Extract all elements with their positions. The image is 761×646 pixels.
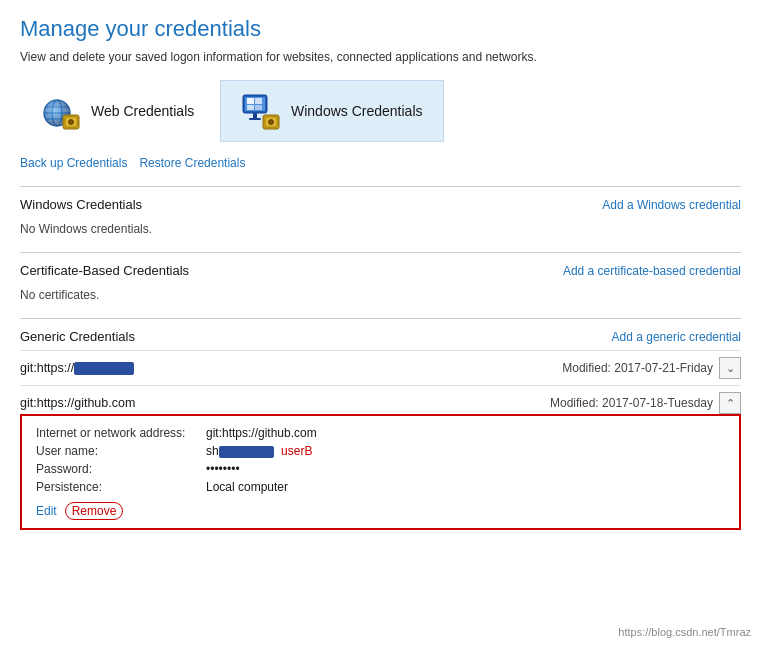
credential-name-2: git:https://github.com [20,396,135,410]
persistence-value: Local computer [206,480,288,494]
credential-modified-2: Modified: 2017-07-18-Tuesday [550,396,713,410]
svg-rect-13 [247,98,254,104]
windows-section-title: Windows Credentials [20,197,142,212]
credential-row-1[interactable]: git:https:// Modified: 2017-07-21-Friday… [20,350,741,385]
globe-icon [41,91,81,131]
windows-credentials-section: Windows Credentials Add a Windows creden… [20,186,741,252]
username-redacted [219,446,274,458]
credential-right-2: Modified: 2017-07-18-Tuesday ⌃ [550,392,741,414]
certificate-section-header: Certificate-Based Credentials Add a cert… [20,263,741,278]
edit-button[interactable]: Edit [36,504,57,518]
svg-rect-15 [247,105,254,110]
certificate-credentials-section: Certificate-Based Credentials Add a cert… [20,252,741,318]
add-generic-credential-link[interactable]: Add a generic credential [612,330,741,344]
generic-section-title: Generic Credentials [20,329,135,344]
certificate-empty-text: No certificates. [20,284,741,308]
monitor-icon [241,91,281,131]
windows-section-header: Windows Credentials Add a Windows creden… [20,197,741,212]
username-label: User name: [36,444,206,458]
edit-remove-row: Edit Remove [36,502,725,520]
persistence-label: Persistence: [36,480,206,494]
remove-button[interactable]: Remove [65,502,124,520]
detail-username: User name: sh userB [36,444,725,458]
detail-persistence: Persistence: Local computer [36,480,725,494]
windows-empty-text: No Windows credentials. [20,218,741,242]
detail-internet-address: Internet or network address: git:https:/… [36,426,725,440]
add-certificate-credential-link[interactable]: Add a certificate-based credential [563,264,741,278]
redacted-block-1 [74,362,134,375]
tab-web[interactable]: Web Credentials [20,80,220,142]
chevron-up-2[interactable]: ⌃ [719,392,741,414]
credential-name-1: git:https:// [20,361,134,375]
chevron-down-1[interactable]: ⌄ [719,357,741,379]
detail-password: Password: •••••••• [36,462,725,476]
credential-modified-1: Modified: 2017-07-21-Friday [562,361,713,375]
backup-credentials-link[interactable]: Back up Credentials [20,156,127,170]
username-extra: userB [281,444,312,458]
tab-windows-label: Windows Credentials [291,103,423,119]
svg-rect-16 [255,105,262,110]
svg-rect-22 [270,122,272,125]
backup-restore-row: Back up Credentials Restore Credentials [20,156,741,170]
generic-credentials-section: Generic Credentials Add a generic creden… [20,318,741,546]
password-label: Password: [36,462,206,476]
generic-section-header: Generic Credentials Add a generic creden… [20,329,741,344]
tabs-row: Web Credentials [20,80,741,142]
svg-rect-17 [253,113,257,118]
restore-credentials-link[interactable]: Restore Credentials [139,156,245,170]
tab-web-label: Web Credentials [91,103,194,119]
svg-rect-18 [249,118,261,120]
page-title: Manage your credentials [20,16,741,42]
credential-row-2-wrapper: git:https://github.com Modified: 2017-07… [20,385,741,530]
page-subtitle: View and delete your saved logon informa… [20,50,741,64]
username-value: sh userB [206,444,312,458]
credential-expanded-box: Internet or network address: git:https:/… [20,414,741,530]
credential-right-1: Modified: 2017-07-21-Friday ⌄ [562,357,741,379]
watermark: https://blog.csdn.net/Tmraz [618,626,751,638]
svg-rect-14 [255,98,262,104]
internet-address-label: Internet or network address: [36,426,206,440]
credential-row-2-header[interactable]: git:https://github.com Modified: 2017-07… [20,385,741,414]
certificate-section-title: Certificate-Based Credentials [20,263,189,278]
svg-rect-10 [70,122,72,125]
internet-address-value: git:https://github.com [206,426,317,440]
password-value: •••••••• [206,462,240,476]
tab-windows[interactable]: Windows Credentials [220,80,444,142]
add-windows-credential-link[interactable]: Add a Windows credential [602,198,741,212]
